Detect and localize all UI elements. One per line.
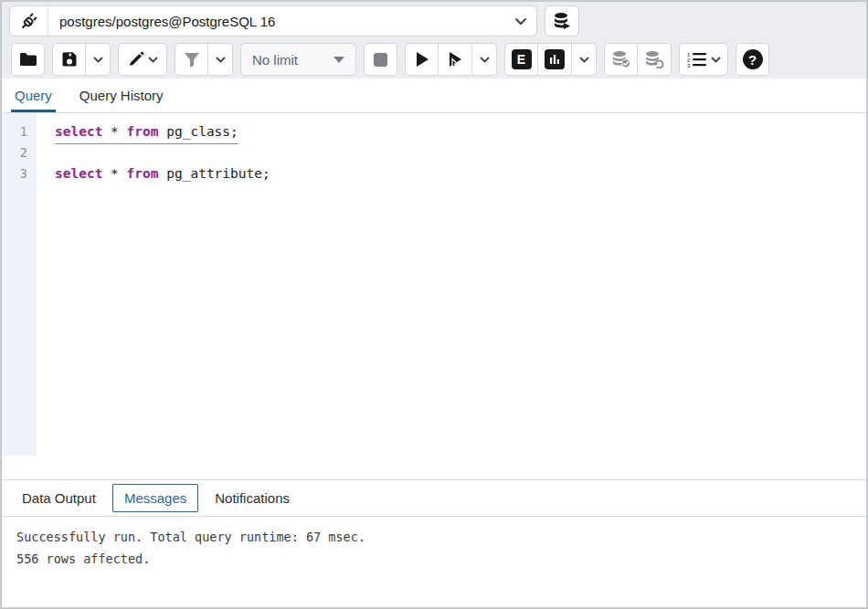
chevron-down-icon [93, 57, 103, 63]
chevron-down-icon [480, 57, 490, 63]
code-area[interactable]: select * from pg_class;select * from pg_… [37, 113, 866, 456]
analyze-chart-icon [545, 49, 565, 69]
database-rollback-icon [644, 50, 664, 68]
line-number-gutter: 123 [2, 113, 37, 456]
help-button[interactable]: ? [736, 43, 769, 76]
toolbar: No limit [2, 40, 866, 79]
code-line[interactable] [55, 142, 866, 163]
database-connect-icon [552, 12, 572, 30]
sql-editor[interactable]: 123 select * from pg_class;select * from… [2, 113, 866, 456]
explain-options-dropdown[interactable] [572, 43, 597, 76]
filter-options-dropdown[interactable] [208, 43, 233, 76]
ordered-list-icon: 1 2 3 [687, 51, 707, 68]
explain-analyze-button[interactable] [538, 43, 572, 76]
execute-button[interactable] [405, 43, 439, 76]
line-number: 3 [2, 163, 37, 184]
open-file-button[interactable] [11, 43, 45, 76]
explain-icon: E [512, 49, 532, 69]
svg-text:3: 3 [687, 63, 691, 68]
message-line: 556 rows affected. [16, 548, 852, 570]
tab-data-output[interactable]: Data Output [13, 485, 105, 511]
line-number: 1 [2, 121, 37, 142]
help-icon: ? [743, 49, 763, 69]
code-line[interactable]: select * from pg_class; [55, 121, 866, 142]
save-options-dropdown[interactable] [86, 43, 111, 76]
folder-icon [19, 52, 37, 67]
query-tool-window: postgres/postgres@PostgreSQL 16 [0, 0, 868, 609]
tab-query[interactable]: Query [13, 79, 54, 112]
tab-notifications[interactable]: Notifications [206, 485, 299, 511]
rollback-button[interactable] [638, 43, 672, 76]
filter-icon [184, 52, 200, 68]
edit-menu-button[interactable] [118, 43, 167, 76]
message-line: Successfully run. Total query runtime: 6… [16, 526, 852, 548]
stop-button[interactable] [364, 43, 397, 76]
save-button[interactable] [52, 43, 86, 76]
play-icon [415, 51, 429, 68]
tab-query-history[interactable]: Query History [78, 79, 165, 112]
chevron-down-icon [148, 57, 158, 63]
save-icon [61, 51, 78, 68]
macros-button[interactable]: 1 2 3 [679, 43, 728, 76]
filter-button[interactable] [175, 43, 208, 76]
play-cursor-icon [447, 51, 463, 68]
pencil-icon [128, 51, 144, 68]
chevron-down-icon [216, 57, 226, 63]
tab-messages[interactable]: Messages [112, 484, 198, 512]
editor-bottom-spacer [2, 456, 866, 479]
query-tab-strip: Query Query History [2, 79, 866, 113]
database-commit-icon [611, 50, 631, 68]
dropdown-arrow-icon [333, 57, 344, 63]
commit-button[interactable] [604, 43, 638, 76]
messages-panel: Successfully run. Total query runtime: 6… [2, 516, 866, 607]
chevron-down-icon [711, 57, 721, 63]
connection-selector[interactable]: postgres/postgres@PostgreSQL 16 [9, 5, 537, 37]
stop-icon [374, 53, 387, 67]
output-tab-strip: Data Output Messages Notifications [2, 479, 866, 516]
row-limit-select[interactable]: No limit [240, 43, 356, 76]
execute-options-button[interactable] [439, 43, 472, 76]
connection-value: postgres/postgres@PostgreSQL 16 [48, 14, 505, 29]
code-line[interactable]: select * from pg_attribute; [55, 163, 866, 184]
execute-dropdown[interactable] [472, 43, 497, 76]
connection-bar: postgres/postgres@PostgreSQL 16 [2, 2, 866, 40]
line-number: 2 [2, 142, 37, 163]
row-limit-value: No limit [252, 52, 298, 68]
explain-button[interactable]: E [504, 43, 538, 76]
chevron-down-icon [505, 17, 536, 26]
plug-icon [10, 6, 48, 36]
new-connection-button[interactable] [545, 5, 579, 37]
chevron-down-icon [579, 57, 589, 63]
